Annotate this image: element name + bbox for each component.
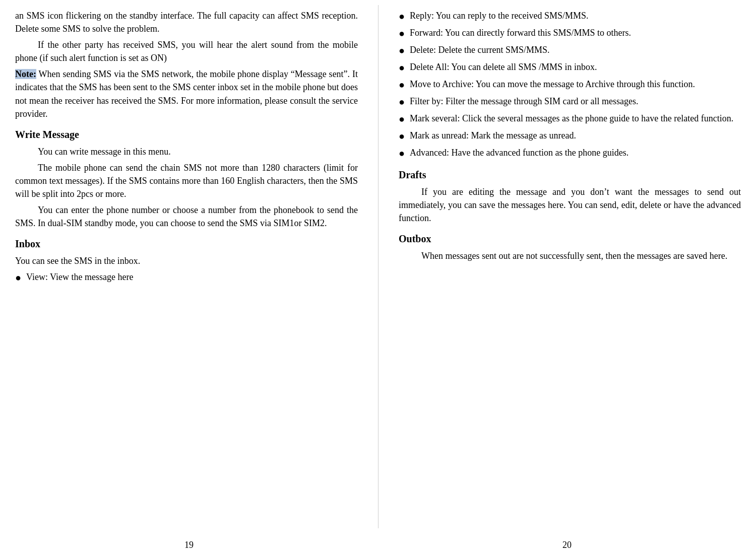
- drafts-text: If you are editing the message and you d…: [399, 185, 741, 225]
- right-item-text-1: Forward: You can directly forward this S…: [410, 26, 741, 39]
- note-label: Note:: [15, 69, 36, 79]
- bullet-icon-r2: ●: [399, 43, 410, 58]
- bullet-icon-0: ●: [15, 270, 26, 285]
- page-container: an SMS icon flickering on the standby in…: [0, 0, 756, 559]
- right-item-text-3: Delete All: You can delete all SMS /MMS …: [410, 60, 741, 74]
- drafts-heading: Drafts: [399, 168, 741, 182]
- inbox-list: ● View: View the message here: [15, 270, 358, 285]
- bullet-icon-r6: ●: [399, 112, 410, 126]
- write-message-para-2: The mobile phone can send the chain SMS …: [15, 161, 358, 200]
- right-list-item-5: ● Filter by: Filter the message through …: [399, 95, 741, 109]
- inbox-list-item-0: ● View: View the message here: [15, 270, 358, 285]
- left-para-1: an SMS icon flickering on the standby in…: [15, 9, 358, 35]
- note-text: When sending SMS via the SMS network, th…: [15, 69, 358, 118]
- right-list-item-7: ● Mark as unread: Mark the message as un…: [399, 129, 741, 144]
- right-bullet-list: ● Reply: You can reply to the received S…: [399, 9, 741, 161]
- bullet-icon-r5: ●: [399, 95, 410, 109]
- inbox-heading: Inbox: [15, 237, 358, 251]
- right-item-text-7: Mark as unread: Mark the message as unre…: [410, 129, 741, 142]
- write-message-para-3: You can enter the phone number or choose…: [15, 203, 358, 230]
- left-page-number: 19: [184, 538, 194, 551]
- left-para-2: If the other party has received SMS, you…: [15, 38, 358, 64]
- bullet-icon-r4: ●: [399, 78, 410, 92]
- outbox-text: When messages sent out are not successfu…: [399, 249, 741, 262]
- right-page-number: 20: [562, 538, 572, 551]
- outbox-heading: Outbox: [399, 232, 741, 246]
- right-list-item-8: ● Advanced: Have the advanced function a…: [399, 146, 741, 161]
- bullet-icon-r1: ●: [399, 26, 410, 41]
- left-column: an SMS icon flickering on the standby in…: [15, 5, 378, 528]
- inbox-item-text-0: View: View the message here: [26, 270, 358, 284]
- right-column: ● Reply: You can reply to the received S…: [378, 5, 741, 528]
- content-area: an SMS icon flickering on the standby in…: [0, 0, 756, 533]
- bullet-icon-r7: ●: [399, 129, 410, 144]
- right-item-text-2: Delete: Delete the current SMS/MMS.: [410, 43, 741, 56]
- inbox-intro: You can see the SMS in the inbox.: [15, 254, 358, 267]
- write-message-heading: Write Message: [15, 127, 358, 142]
- write-message-para-1: You can write message in this menu.: [15, 145, 358, 158]
- right-list-item-3: ● Delete All: You can delete all SMS /MM…: [399, 60, 741, 75]
- bullet-icon-r8: ●: [399, 146, 410, 161]
- left-para-note: Note: When sending SMS via the SMS netwo…: [15, 67, 358, 120]
- right-item-text-6: Mark several: Click the several messages…: [410, 112, 741, 125]
- right-item-text-8: Advanced: Have the advanced function as …: [410, 146, 741, 159]
- right-item-text-5: Filter by: Filter the message through SI…: [410, 95, 741, 108]
- footer: 19 20: [0, 533, 756, 559]
- right-list-item-4: ● Move to Archive: You can move the mess…: [399, 78, 741, 92]
- bullet-icon-r3: ●: [399, 60, 410, 75]
- bullet-icon-r0: ●: [399, 9, 410, 24]
- right-list-item-2: ● Delete: Delete the current SMS/MMS.: [399, 43, 741, 58]
- right-list-item-1: ● Forward: You can directly forward this…: [399, 26, 741, 41]
- right-item-text-4: Move to Archive: You can move the messag…: [410, 78, 741, 91]
- right-list-item-6: ● Mark several: Click the several messag…: [399, 112, 741, 126]
- right-item-text-0: Reply: You can reply to the received SMS…: [410, 9, 741, 22]
- right-list-item-0: ● Reply: You can reply to the received S…: [399, 9, 741, 24]
